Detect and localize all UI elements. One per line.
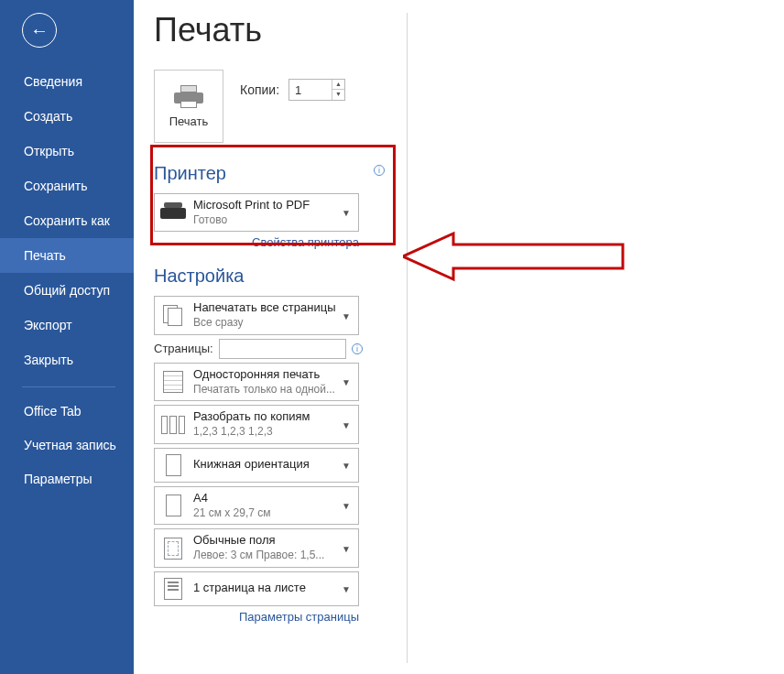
back-arrow-icon: ← xyxy=(30,21,49,39)
chevron-down-icon: ▼ xyxy=(342,377,351,387)
margins-line2: Левое: 3 см Правое: 1,5... xyxy=(193,549,324,563)
collate-line1: Разобрать по копиям xyxy=(193,409,310,425)
printer-status: Готово xyxy=(193,213,310,228)
print-range-line2: Все сразу xyxy=(193,316,336,331)
pages-info-icon[interactable]: i xyxy=(352,343,363,354)
print-button[interactable]: Печать xyxy=(154,70,223,143)
pages-label: Страницы: xyxy=(154,342,213,355)
margins-icon xyxy=(160,538,186,560)
collate-select[interactable]: Разобрать по копиям 1,2,3 1,2,3 1,2,3 ▼ xyxy=(154,405,359,443)
copies-up-icon[interactable]: ▲ xyxy=(332,80,344,90)
print-range-select[interactable]: Напечатать все страницы Все сразу ▼ xyxy=(154,296,359,334)
page-title: Печать xyxy=(154,11,784,49)
chevron-down-icon: ▼ xyxy=(342,543,351,553)
orientation-line1: Книжная ориентация xyxy=(193,457,310,473)
printer-icon xyxy=(160,202,186,223)
orientation-select[interactable]: Книжная ориентация ▼ xyxy=(154,448,359,483)
nav-office-tab[interactable]: Office Tab xyxy=(0,395,134,428)
chevron-down-icon: ▼ xyxy=(342,501,351,511)
sides-line2: Печатать только на одной... xyxy=(193,383,335,397)
nav-open[interactable]: Открыть xyxy=(0,134,134,168)
pps-line1: 1 страница на листе xyxy=(193,581,306,596)
nav-save-as[interactable]: Сохранить как xyxy=(0,203,134,238)
margins-line1: Обычные поля xyxy=(193,533,324,549)
collate-line2: 1,2,3 1,2,3 1,2,3 xyxy=(193,425,310,440)
vertical-divider xyxy=(407,13,408,663)
pages-per-sheet-select[interactable]: 1 страница на листе ▼ xyxy=(154,571,359,606)
printer-select[interactable]: Microsoft Print to PDF Готово ▼ xyxy=(154,193,359,232)
main-panel: Печать Печать Копии: 1 ▲ ▼ Принтер i M xyxy=(134,0,784,674)
backstage-sidebar: ← Сведения Создать Открыть Сохранить Сох… xyxy=(0,0,134,674)
paper-line2: 21 см x 29,7 см xyxy=(193,506,271,521)
chevron-down-icon: ▼ xyxy=(342,208,351,218)
print-range-line1: Напечатать все страницы xyxy=(193,300,336,316)
paper-select[interactable]: A4 21 см x 29,7 см ▼ xyxy=(154,486,359,525)
printer-properties-link[interactable]: Свойства принтера xyxy=(154,235,359,249)
sides-select[interactable]: Односторонняя печать Печатать только на … xyxy=(154,363,359,401)
printer-section-title: Принтер xyxy=(154,163,390,184)
printer-name: Microsoft Print to PDF xyxy=(193,198,310,213)
pages-per-sheet-icon xyxy=(160,578,186,600)
margins-select[interactable]: Обычные поля Левое: 3 см Правое: 1,5... … xyxy=(154,528,359,567)
paper-icon xyxy=(160,495,186,516)
pages-input[interactable] xyxy=(219,339,346,359)
nav-separator xyxy=(22,386,115,387)
chevron-down-icon: ▼ xyxy=(342,460,351,470)
nav-options[interactable]: Параметры xyxy=(0,462,134,495)
copies-label: Копии: xyxy=(240,82,279,97)
chevron-down-icon: ▼ xyxy=(342,310,351,321)
chevron-down-icon: ▼ xyxy=(342,419,351,429)
nav-account[interactable]: Учетная запись xyxy=(0,428,134,462)
collate-icon xyxy=(160,416,186,434)
print-button-label: Печать xyxy=(169,114,209,128)
chevron-down-icon: ▼ xyxy=(342,583,351,593)
nav-export[interactable]: Экспорт xyxy=(0,308,134,342)
copies-down-icon[interactable]: ▼ xyxy=(332,90,344,100)
nav-info[interactable]: Сведения xyxy=(0,64,134,99)
pages-icon xyxy=(160,305,186,327)
copies-value: 1 xyxy=(289,83,332,97)
sides-line1: Односторонняя печать xyxy=(193,367,335,383)
page-setup-link[interactable]: Параметры страницы xyxy=(154,610,359,624)
nav-print[interactable]: Печать xyxy=(0,238,134,273)
nav-close[interactable]: Закрыть xyxy=(0,342,134,377)
settings-section-title: Настройка xyxy=(154,266,784,287)
portrait-icon xyxy=(160,454,186,476)
paper-line1: A4 xyxy=(193,491,271,506)
back-button[interactable]: ← xyxy=(22,13,57,48)
nav-new[interactable]: Создать xyxy=(0,99,134,134)
printer-info-icon[interactable]: i xyxy=(374,165,385,176)
single-side-icon xyxy=(160,371,186,393)
copies-spinner[interactable]: 1 ▲ ▼ xyxy=(289,79,345,101)
nav-save[interactable]: Сохранить xyxy=(0,168,134,203)
nav-share[interactable]: Общий доступ xyxy=(0,273,134,308)
printer-icon xyxy=(174,85,203,109)
